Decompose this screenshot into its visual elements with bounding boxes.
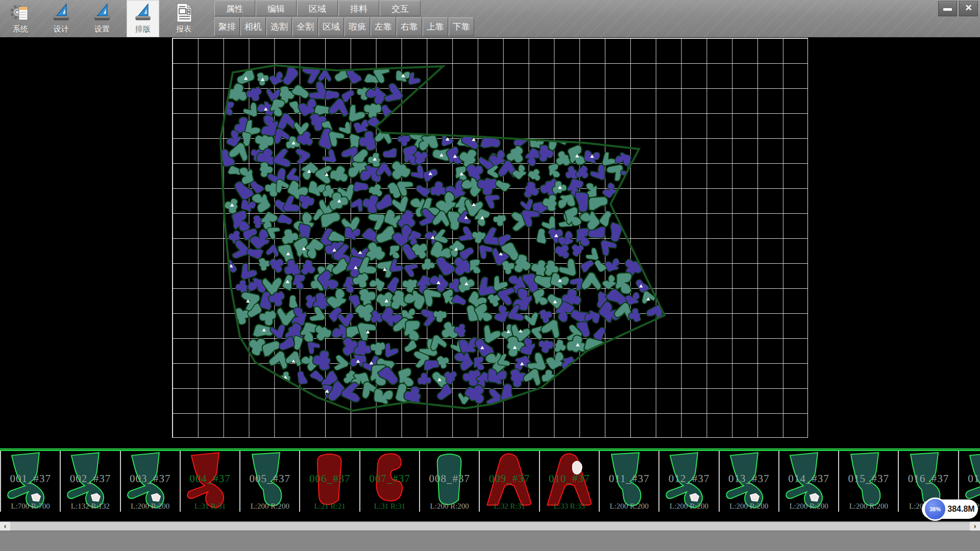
nested-piece[interactable] bbox=[501, 260, 516, 275]
piece-tile[interactable]: 007_#37L:31 R:31 bbox=[360, 451, 420, 512]
scroll-left-button[interactable]: ‹ bbox=[0, 522, 10, 531]
nested-piece[interactable] bbox=[243, 102, 257, 117]
nested-piece[interactable] bbox=[353, 182, 369, 192]
app-tab-system[interactable]: 系统 bbox=[4, 0, 37, 37]
nested-piece[interactable] bbox=[321, 149, 336, 164]
nested-piece[interactable] bbox=[325, 90, 339, 100]
nested-piece[interactable] bbox=[307, 341, 321, 354]
piece-tile[interactable]: 001_#37L:700 R:700 bbox=[1, 451, 61, 512]
nested-piece[interactable] bbox=[373, 388, 394, 405]
leather-hide-layout[interactable] bbox=[0, 37, 980, 448]
nested-piece[interactable] bbox=[272, 146, 296, 169]
piece-tile[interactable]: 004_#37L:31 R:31 bbox=[181, 451, 240, 512]
piece-tile[interactable]: 009_#37L:32 R:31 bbox=[480, 451, 540, 512]
nested-piece[interactable] bbox=[414, 183, 432, 198]
piece-tile[interactable]: 005_#37L:200 R:200 bbox=[240, 451, 300, 512]
menu-item[interactable]: 属性 bbox=[214, 1, 255, 16]
piece-thumbnail bbox=[181, 451, 239, 512]
scrollbar-track[interactable] bbox=[10, 522, 970, 530]
app-tab-label: 设置 bbox=[94, 24, 110, 34]
piece-tile[interactable]: 012_#37L:200 R:200 bbox=[659, 451, 719, 512]
app-tab-report[interactable]: 报表 bbox=[167, 0, 200, 37]
nesting-canvas[interactable] bbox=[0, 37, 980, 448]
menu-item[interactable]: 区域 bbox=[297, 1, 338, 16]
nested-piece[interactable] bbox=[346, 103, 366, 122]
nested-piece[interactable] bbox=[290, 83, 311, 102]
nested-piece[interactable] bbox=[536, 228, 547, 244]
tool-button[interactable]: 左靠 bbox=[371, 17, 396, 36]
nested-piece[interactable] bbox=[479, 244, 494, 259]
piece-tile[interactable]: 015_#37L:200 R:200 bbox=[839, 451, 899, 512]
nested-piece[interactable] bbox=[358, 131, 376, 151]
app-tab-layout[interactable]: 排版 bbox=[127, 0, 159, 37]
menu-item[interactable]: 交互 bbox=[380, 1, 421, 16]
piece-tile[interactable]: 002_#37L:132 R:132 bbox=[61, 451, 120, 512]
nested-piece[interactable] bbox=[246, 86, 263, 102]
app-tab-settings[interactable]: 设置 bbox=[86, 0, 118, 37]
nested-piece[interactable] bbox=[519, 196, 534, 212]
tool-button[interactable]: 上靠 bbox=[423, 17, 448, 36]
piece-thumbnail bbox=[1, 451, 60, 512]
tool-button[interactable]: 选割 bbox=[266, 17, 292, 36]
nested-piece[interactable] bbox=[403, 319, 421, 341]
nested-piece[interactable] bbox=[460, 127, 485, 152]
piece-tile[interactable]: 013_#37L:200 R:200 bbox=[720, 451, 779, 512]
piece-tile[interactable]: 011_#37L:200 R:200 bbox=[600, 451, 659, 512]
nested-piece[interactable] bbox=[403, 261, 421, 279]
nested-piece[interactable] bbox=[222, 101, 235, 116]
piece-tile[interactable]: 003_#37L:200 R:200 bbox=[121, 451, 181, 512]
nested-piece[interactable] bbox=[601, 152, 616, 166]
nested-piece[interactable] bbox=[370, 341, 386, 356]
tool-button[interactable]: 全割 bbox=[292, 17, 318, 36]
piece-tile[interactable]: 006_#37L:21 R:21 bbox=[300, 451, 360, 512]
nested-piece[interactable] bbox=[556, 193, 576, 209]
nested-piece[interactable] bbox=[526, 166, 544, 184]
menu-item[interactable]: 编辑 bbox=[256, 1, 297, 16]
nested-piece[interactable] bbox=[389, 245, 400, 259]
nested-piece[interactable] bbox=[522, 309, 540, 327]
nested-piece[interactable] bbox=[521, 180, 542, 202]
nested-piece[interactable] bbox=[451, 293, 467, 307]
nested-piece[interactable] bbox=[431, 308, 448, 324]
nested-piece[interactable] bbox=[511, 163, 529, 181]
nested-piece[interactable] bbox=[339, 121, 351, 134]
piece-tile[interactable]: 014_#37L:200 R:200 bbox=[779, 451, 839, 512]
nested-piece[interactable] bbox=[421, 258, 435, 271]
nested-piece[interactable] bbox=[410, 165, 425, 180]
nested-piece[interactable] bbox=[364, 83, 388, 107]
nested-piece[interactable] bbox=[434, 383, 454, 402]
menu-top: 属性编辑区域排料交互 bbox=[214, 1, 475, 16]
tool-button[interactable]: 下靠 bbox=[449, 17, 474, 36]
nested-piece[interactable] bbox=[493, 214, 506, 227]
tool-button[interactable]: 区域 bbox=[318, 17, 344, 36]
nested-piece[interactable] bbox=[368, 276, 386, 292]
nested-piece[interactable] bbox=[259, 258, 271, 271]
nested-piece[interactable] bbox=[548, 163, 560, 179]
nested-piece[interactable] bbox=[259, 310, 276, 325]
nested-piece[interactable] bbox=[590, 164, 605, 180]
nested-piece[interactable] bbox=[417, 372, 432, 386]
nested-piece[interactable] bbox=[558, 258, 576, 277]
menu-item[interactable]: 排料 bbox=[338, 1, 379, 16]
nested-piece[interactable] bbox=[473, 357, 484, 371]
nested-piece[interactable] bbox=[604, 258, 622, 273]
piece-tile[interactable]: 008_#37L:200 R:200 bbox=[420, 451, 480, 512]
tool-button[interactable]: 右靠 bbox=[397, 17, 422, 36]
nested-piece[interactable] bbox=[397, 134, 411, 147]
piece-tile[interactable]: 010_#37L:33 R:33 bbox=[540, 451, 600, 512]
nested-piece[interactable] bbox=[576, 228, 590, 246]
nested-piece[interactable] bbox=[579, 258, 596, 273]
scroll-right-button[interactable]: › bbox=[970, 522, 980, 531]
nested-piece[interactable] bbox=[277, 213, 293, 227]
tool-button[interactable]: 瑕疵 bbox=[345, 17, 370, 36]
horizontal-scrollbar[interactable]: ‹ › bbox=[0, 521, 980, 531]
tool-button[interactable]: 聚排 bbox=[214, 17, 240, 36]
nested-piece[interactable] bbox=[382, 148, 398, 159]
tool-button[interactable]: 相机 bbox=[240, 17, 266, 36]
nested-piece[interactable] bbox=[296, 370, 308, 386]
nested-piece[interactable] bbox=[584, 247, 599, 262]
close-button[interactable]: ✕ bbox=[959, 1, 978, 16]
app-tab-design[interactable]: 设计 bbox=[45, 0, 78, 37]
minimize-button[interactable] bbox=[938, 1, 957, 16]
app-tab-label: 报表 bbox=[176, 24, 191, 34]
